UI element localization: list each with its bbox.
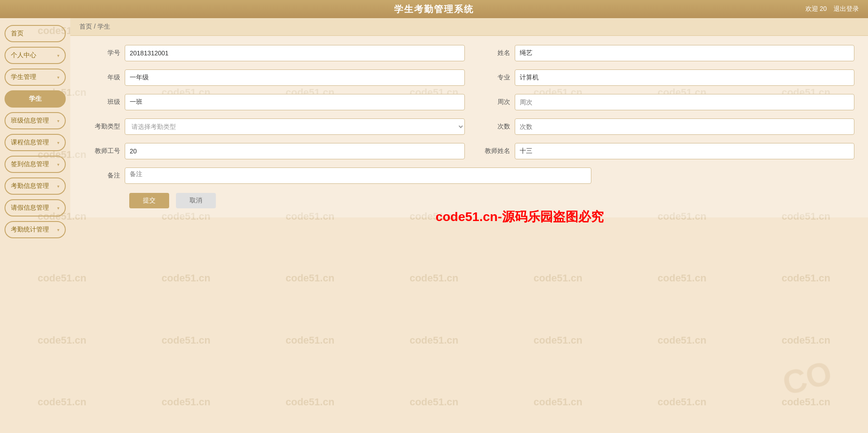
weekday-label: 周次 <box>474 98 510 106</box>
checkin-mgmt-button[interactable]: 签到信息管理 ▾ <box>5 156 66 173</box>
sidebar-item-class-mgmt[interactable]: 班级信息管理 ▾ <box>5 112 66 129</box>
chevron-down-icon: ▾ <box>57 227 59 232</box>
personal-center-label: 个人中心 <box>11 51 36 59</box>
name-label: 姓名 <box>474 49 510 57</box>
weekday-group: 周次 <box>474 94 855 110</box>
submit-button[interactable]: 提交 <box>129 193 169 208</box>
breadcrumb-current: 学生 <box>98 23 110 30</box>
grade-group: 年级 <box>84 69 465 86</box>
stats-mgmt-label: 考勤统计管理 <box>11 226 49 234</box>
count-input[interactable] <box>515 118 855 135</box>
grade-label: 年级 <box>84 74 120 82</box>
checkin-mgmt-label: 签到信息管理 <box>11 160 49 168</box>
note-group: 备注 <box>84 167 591 184</box>
sidebar-item-student-mgmt[interactable]: 学生管理 ▾ <box>5 69 66 86</box>
class-label: 班级 <box>84 98 120 106</box>
course-mgmt-label: 课程信息管理 <box>11 138 49 147</box>
leave-mgmt-button[interactable]: 请假信息管理 ▾ <box>5 199 66 216</box>
name-group: 姓名 <box>474 45 855 61</box>
name-input[interactable] <box>515 45 855 61</box>
sidebar-item-course-mgmt[interactable]: 课程信息管理 ▾ <box>5 134 66 151</box>
student-id-label: 学号 <box>84 49 120 57</box>
class-mgmt-label: 班级信息管理 <box>11 117 49 125</box>
main-layout: 首页 个人中心 ▾ 学生管理 ▾ 学生 班级信息管理 ▾ <box>0 18 868 433</box>
form-row-3: 班级 周次 <box>84 94 854 110</box>
attendance-mgmt-label: 考勤信息管理 <box>11 182 49 190</box>
major-input[interactable] <box>515 69 855 86</box>
header: 学生考勤管理系统 欢迎 20 退出登录 <box>0 0 868 18</box>
chevron-down-icon: ▾ <box>57 118 59 123</box>
home-label: 首页 <box>11 30 24 38</box>
sidebar-item-student[interactable]: 学生 <box>5 90 66 108</box>
weekday-input[interactable] <box>515 94 855 110</box>
form-row-6: 备注 <box>84 167 854 184</box>
major-label: 专业 <box>474 74 510 82</box>
app-title: 学生考勤管理系统 <box>394 3 474 15</box>
attendance-type-group: 考勤类型 请选择考勤类型 <box>84 118 465 135</box>
chevron-down-icon: ▾ <box>57 206 59 211</box>
sidebar-item-home[interactable]: 首页 <box>5 25 66 42</box>
attendance-type-label: 考勤类型 <box>84 123 120 131</box>
header-actions: 欢迎 20 退出登录 <box>805 5 859 13</box>
sidebar-item-checkin-mgmt[interactable]: 签到信息管理 ▾ <box>5 156 66 173</box>
student-mgmt-button[interactable]: 学生管理 ▾ <box>5 69 66 86</box>
chevron-down-icon: ▾ <box>57 184 59 189</box>
sidebar-item-leave-mgmt[interactable]: 请假信息管理 ▾ <box>5 199 66 216</box>
stats-mgmt-button[interactable]: 考勤统计管理 ▾ <box>5 221 66 238</box>
sidebar: 首页 个人中心 ▾ 学生管理 ▾ 学生 班级信息管理 ▾ <box>0 18 70 433</box>
red-watermark: code51.cn-源码乐园盗图必究 <box>435 208 603 226</box>
teacher-name-label: 教师姓名 <box>474 147 510 155</box>
chevron-down-icon: ▾ <box>57 53 59 58</box>
sidebar-item-personal[interactable]: 个人中心 ▾ <box>5 47 66 64</box>
personal-center-button[interactable]: 个人中心 ▾ <box>5 47 66 64</box>
button-row: 提交 取消 <box>84 193 854 208</box>
class-mgmt-button[interactable]: 班级信息管理 ▾ <box>5 112 66 129</box>
leave-mgmt-label: 请假信息管理 <box>11 204 49 212</box>
attendance-mgmt-button[interactable]: 考勤信息管理 ▾ <box>5 177 66 195</box>
class-input[interactable] <box>125 94 465 110</box>
main-content: 首页 / 学生 code51.cn-源码乐园盗图必究 学号 姓名 <box>70 18 868 433</box>
student-button[interactable]: 学生 <box>5 90 66 108</box>
student-id-group: 学号 <box>84 45 465 61</box>
count-label: 次数 <box>474 123 510 131</box>
class-group: 班级 <box>84 94 465 110</box>
attendance-type-select[interactable]: 请选择考勤类型 <box>125 118 465 135</box>
breadcrumb-home[interactable]: 首页 <box>79 23 92 30</box>
teacher-id-group: 教师工号 <box>84 143 465 159</box>
form-row-2: 年级 专业 <box>84 69 854 86</box>
grade-input[interactable] <box>125 69 465 86</box>
student-id-input[interactable] <box>125 45 465 61</box>
student-label: 学生 <box>29 95 42 103</box>
chevron-down-icon: ▾ <box>57 162 59 167</box>
teacher-id-input[interactable] <box>125 143 465 159</box>
welcome-label: 欢迎 20 <box>805 5 827 13</box>
teacher-id-label: 教师工号 <box>84 147 120 155</box>
breadcrumb-separator: / <box>94 23 96 30</box>
form-row-1: 学号 姓名 <box>84 45 854 61</box>
chevron-down-icon: ▾ <box>57 140 59 145</box>
note-input[interactable] <box>125 167 591 184</box>
form-area: code51.cn-源码乐园盗图必究 学号 姓名 年级 <box>70 36 868 217</box>
cancel-button[interactable]: 取消 <box>176 193 216 208</box>
form-row-5: 教师工号 教师姓名 <box>84 143 854 159</box>
chevron-down-icon: ▾ <box>57 75 59 80</box>
logout-link[interactable]: 退出登录 <box>834 5 859 13</box>
course-mgmt-button[interactable]: 课程信息管理 ▾ <box>5 134 66 151</box>
home-button[interactable]: 首页 <box>5 25 66 42</box>
student-mgmt-label: 学生管理 <box>11 73 36 81</box>
major-group: 专业 <box>474 69 855 86</box>
form-row-4: 考勤类型 请选择考勤类型 次数 <box>84 118 854 135</box>
breadcrumb: 首页 / 学生 <box>70 18 868 36</box>
teacher-name-input[interactable] <box>515 143 855 159</box>
sidebar-item-attendance-mgmt[interactable]: 考勤信息管理 ▾ <box>5 177 66 195</box>
note-label: 备注 <box>84 172 120 180</box>
sidebar-item-stats-mgmt[interactable]: 考勤统计管理 ▾ <box>5 221 66 238</box>
count-group: 次数 <box>474 118 855 135</box>
teacher-name-group: 教师姓名 <box>474 143 855 159</box>
